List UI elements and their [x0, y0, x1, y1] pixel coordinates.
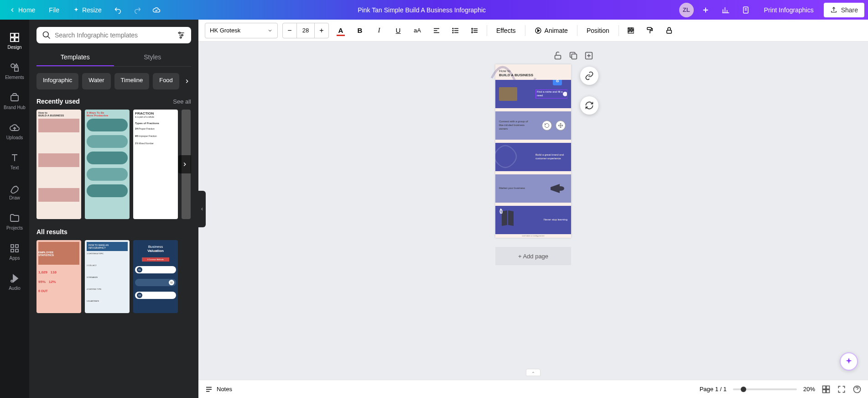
case-button[interactable]: aA: [410, 23, 425, 38]
move-handle[interactable]: [556, 120, 566, 131]
chip-scroll-right[interactable]: [183, 73, 191, 89]
template-thumb[interactable]: FRACTION is a part of a whole Types of F…: [133, 110, 178, 219]
undo-icon: [114, 6, 122, 14]
tab-templates[interactable]: Templates: [36, 49, 114, 66]
ai-regenerate-button[interactable]: [580, 96, 598, 115]
template-thumb[interactable]: 5 Ways To BeMore Productive: [85, 110, 130, 219]
text-color-button[interactable]: A: [333, 23, 348, 38]
template-thumb[interactable]: EMPLOYEESTATISTICS 1,029 110 95% 12% 6 O…: [36, 240, 81, 313]
avatar[interactable]: ZL: [679, 3, 694, 17]
home-button[interactable]: Home: [4, 4, 41, 16]
link-float-button[interactable]: [580, 67, 598, 85]
rail-label: Text: [10, 165, 19, 170]
tab-styles[interactable]: Styles: [114, 49, 192, 66]
transparency-button[interactable]: [624, 23, 638, 38]
chip-food[interactable]: Food: [153, 73, 179, 89]
fullscreen-button[interactable]: [837, 385, 846, 394]
expand-pages-button[interactable]: [526, 369, 541, 376]
share-button[interactable]: Share: [824, 3, 864, 17]
page-indicator[interactable]: Page 1 / 1: [700, 386, 727, 393]
link-icon: [585, 71, 594, 80]
chip-infographic[interactable]: Infographic: [36, 73, 78, 89]
undo-button[interactable]: [110, 2, 126, 18]
duplicate-page-button[interactable]: [568, 51, 578, 61]
rail-draw[interactable]: Draw: [0, 177, 29, 206]
design-page[interactable]: How to BUILD A BUSINESS Find a niche and…: [495, 64, 571, 238]
page-title[interactable]: BUILD A BUSINESS: [499, 73, 567, 77]
redo-button[interactable]: [129, 2, 146, 18]
section-text-selected[interactable]: Find a niche and fill a need: [535, 89, 567, 99]
add-page-button[interactable]: [584, 51, 594, 61]
rail-apps[interactable]: Apps: [0, 237, 29, 266]
svg-point-12: [11, 280, 13, 282]
rail-uploads[interactable]: Uploads: [0, 116, 29, 146]
underline-button[interactable]: U: [391, 23, 405, 38]
italic-button[interactable]: I: [372, 23, 386, 38]
rail-brand-hub[interactable]: Brand Hub: [0, 86, 29, 115]
notes-button[interactable]: Notes: [205, 385, 232, 393]
rail-text[interactable]: Text: [0, 147, 29, 176]
effects-button[interactable]: Effects: [492, 24, 520, 37]
position-button[interactable]: Position: [582, 24, 614, 37]
unlock-page-button[interactable]: [553, 51, 563, 61]
add-member-button[interactable]: [697, 2, 714, 18]
resize-button[interactable]: Resize: [68, 4, 107, 16]
svg-rect-36: [826, 389, 830, 393]
template-thumb[interactable]: How toBUILD A BUSINESS: [36, 110, 81, 219]
section-5[interactable]: Never stop learning: [495, 206, 571, 234]
zoom-percent[interactable]: 20%: [803, 386, 815, 393]
section-3[interactable]: Build a great brand and customer experie…: [495, 143, 571, 171]
align-button[interactable]: [429, 23, 444, 38]
rotate-handle[interactable]: [542, 120, 552, 131]
copy-style-button[interactable]: [643, 23, 657, 38]
bold-button[interactable]: B: [353, 23, 367, 38]
font-select[interactable]: HK Grotesk: [205, 23, 278, 38]
size-decrease[interactable]: −: [283, 23, 296, 38]
size-increase[interactable]: +: [315, 23, 328, 38]
help-button[interactable]: [852, 385, 862, 394]
file-menu[interactable]: File: [43, 4, 65, 16]
list-button[interactable]: [448, 23, 463, 38]
chip-timeline[interactable]: Timeline: [114, 73, 150, 89]
comments-button[interactable]: [738, 2, 754, 18]
section-1[interactable]: Find a niche and fill a need G: [495, 80, 571, 108]
spacing-button[interactable]: [468, 23, 482, 38]
section-text[interactable]: Market your business: [499, 187, 525, 190]
filter-icon[interactable]: [177, 31, 186, 40]
thumb-scroll-right[interactable]: [178, 155, 191, 173]
document-title[interactable]: Pink Tan Simple Build A Business Infogra…: [165, 6, 679, 14]
rail-projects[interactable]: Projects: [0, 207, 29, 236]
rail-design[interactable]: Design: [0, 26, 29, 55]
section-4[interactable]: Market your business: [495, 174, 571, 203]
template-thumb[interactable]: HOW TO MAKE ANINFOGRAPHIC? 1 CHOOSE A TO…: [85, 240, 130, 313]
zoom-thumb[interactable]: [741, 387, 746, 392]
add-page-button[interactable]: + Add page: [495, 247, 571, 265]
section-text[interactable]: Connect with a group of like-minded busi…: [499, 120, 531, 131]
collapse-panel-handle[interactable]: [198, 191, 206, 227]
cloud-sync-button[interactable]: [148, 2, 165, 18]
side-panel: Templates Styles Infographic Water Timel…: [29, 20, 198, 398]
grid-view-button[interactable]: [821, 385, 831, 394]
insights-button[interactable]: [717, 2, 734, 18]
search-box[interactable]: [36, 27, 191, 43]
zoom-slider[interactable]: [733, 388, 797, 390]
svg-rect-11: [16, 249, 18, 252]
section-text[interactable]: Build a great brand and customer experie…: [535, 153, 567, 161]
page-subtitle[interactable]: How to: [499, 69, 567, 73]
svg-rect-2: [15, 33, 19, 37]
animate-button[interactable]: Animate: [530, 24, 572, 37]
chip-water[interactable]: Water: [82, 73, 110, 89]
translate-badge[interactable]: G: [553, 80, 562, 85]
section-text[interactable]: Never stop learning: [544, 218, 567, 222]
canvas-area[interactable]: How to BUILD A BUSINESS Find a niche and…: [198, 42, 868, 380]
lock-button[interactable]: [662, 23, 676, 38]
size-input[interactable]: [296, 23, 315, 38]
print-button[interactable]: Print Infographics: [758, 3, 820, 17]
magic-assist-button[interactable]: [840, 352, 858, 371]
rail-elements[interactable]: Elements: [0, 56, 29, 85]
template-thumb[interactable]: BusinessValuation 5 Common Methods 01 02…: [133, 240, 178, 313]
section-2[interactable]: Connect with a group of like-minded busi…: [495, 111, 571, 140]
rail-audio[interactable]: Audio: [0, 267, 29, 296]
search-input[interactable]: [55, 31, 177, 39]
see-all-link[interactable]: See all: [173, 98, 191, 105]
